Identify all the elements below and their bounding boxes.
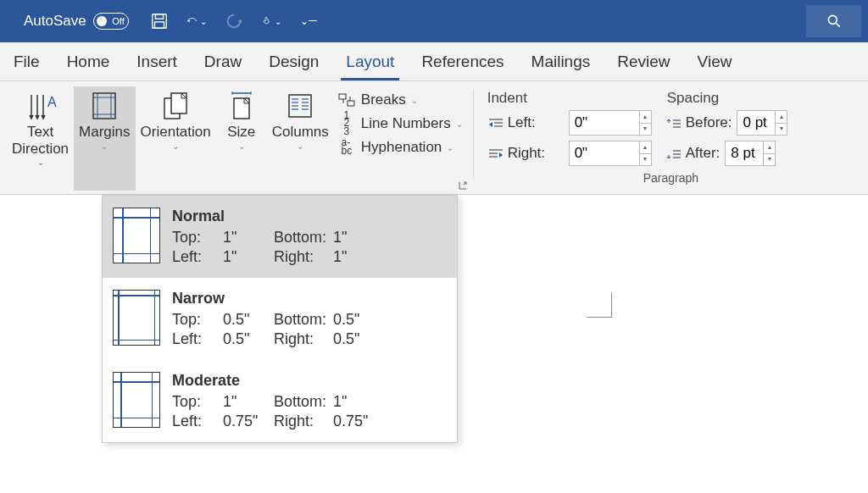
spacing-after-input[interactable]: 8 pt▴▾ [725, 141, 776, 166]
indent-left-value: 0" [575, 114, 588, 131]
text-direction-label: TextDirection [12, 124, 69, 157]
tab-design[interactable]: Design [255, 42, 332, 80]
margin-left-value: 1" [223, 248, 274, 266]
margin-top-value: 0.5" [223, 311, 274, 329]
spin-up-icon[interactable]: ▴ [763, 141, 775, 154]
margin-right-label: Right: [274, 248, 333, 266]
tab-insert[interactable]: Insert [123, 42, 191, 80]
chevron-down-icon: ⌄ [411, 96, 418, 105]
chevron-down-icon: ⌄ [37, 158, 44, 168]
ribbon: A TextDirection⌄ Margins⌄ Orientation⌄ [0, 81, 868, 195]
margins-button[interactable]: Margins⌄ [74, 86, 135, 191]
breaks-button[interactable]: Breaks ⌄ [337, 91, 463, 108]
tab-view[interactable]: View [684, 42, 746, 80]
spacing-after-label: After: [665, 145, 721, 162]
spacing-before-icon [665, 117, 682, 129]
chevron-down-icon: ⌄ [447, 143, 453, 152]
chevron-down-icon: ⌄ [456, 119, 463, 129]
indent-left-label: Left: [487, 114, 564, 131]
tab-draw[interactable]: Draw [191, 42, 255, 80]
search-button[interactable] [806, 5, 861, 37]
svg-point-4 [828, 15, 837, 24]
paragraph-group-label: Paragraph [481, 171, 861, 185]
spin-up-icon[interactable]: ▴ [639, 141, 651, 154]
tab-mailings[interactable]: Mailings [518, 42, 604, 80]
columns-button[interactable]: Columns⌄ [267, 86, 334, 191]
customize-qat-icon[interactable]: ⌄ [298, 11, 319, 31]
margin-left-label: Left: [172, 330, 223, 348]
margin-top-value: 1" [223, 393, 274, 411]
undo-icon[interactable]: ⌄ [186, 11, 207, 31]
spacing-before-value: 0 pt [743, 114, 766, 131]
breaks-label: Breaks [361, 91, 406, 108]
title-bar: AutoSave Off ⌄ ⌄ ⌄ [0, 0, 868, 42]
margin-right-label: Right: [274, 413, 333, 430]
hyphenation-button[interactable]: a-bc Hyphenation ⌄ [337, 139, 463, 156]
repeat-icon[interactable] [224, 11, 244, 31]
spin-up-icon[interactable]: ▴ [639, 111, 651, 124]
save-icon[interactable] [149, 11, 170, 31]
margin-bottom-label: Bottom: [274, 393, 333, 411]
spin-down-icon[interactable]: ▾ [763, 154, 775, 166]
group-paragraph: Indent Spacing Left: 0"▴▾ Before: 0 pt▴▾… [474, 81, 868, 194]
spin-up-icon[interactable]: ▴ [775, 111, 787, 124]
page-setup-dialog-launcher[interactable] [458, 179, 468, 189]
margin-preview-icon [113, 290, 160, 346]
spacing-before-label: Before: [665, 114, 732, 131]
size-button[interactable]: Size⌄ [216, 86, 267, 191]
tab-home[interactable]: Home [53, 42, 124, 80]
margin-bottom-label: Bottom: [274, 229, 333, 246]
margin-name: Normal [172, 208, 447, 225]
margins-icon [88, 90, 120, 122]
group-page-setup-left: A TextDirection⌄ Margins⌄ Orientation⌄ [0, 81, 473, 194]
tab-references[interactable]: References [408, 42, 517, 80]
spin-down-icon[interactable]: ▾ [639, 124, 651, 136]
margin-left-value: 0.5" [223, 330, 274, 348]
spacing-before-input[interactable]: 0 pt▴▾ [737, 110, 787, 136]
orientation-icon [159, 90, 192, 122]
columns-icon [284, 90, 316, 122]
svg-rect-2 [154, 22, 164, 28]
breaks-icon [337, 92, 356, 108]
margin-option-normal[interactable]: Normal Top:1" Bottom:1" Left:1" Right:1" [103, 196, 457, 278]
svg-rect-1 [155, 14, 163, 19]
autosave-state: Off [112, 16, 124, 26]
margin-top-value: 1" [223, 229, 274, 246]
svg-rect-30 [339, 94, 346, 99]
chevron-down-icon: ⌄ [101, 141, 108, 152]
chevron-down-icon: ⌄ [297, 141, 303, 152]
text-direction-button[interactable]: A TextDirection⌄ [7, 86, 74, 191]
indent-right-label: Right: [487, 145, 564, 162]
margin-left-value: 0.75" [223, 413, 274, 430]
margin-option-narrow[interactable]: Narrow Top:0.5" Bottom:0.5" Left:0.5" Ri… [103, 278, 457, 360]
autosave-control[interactable]: AutoSave Off [24, 13, 129, 30]
line-numbers-icon: 123 [337, 116, 356, 131]
tab-review[interactable]: Review [604, 42, 683, 80]
indent-left-input[interactable]: 0"▴▾ [569, 110, 652, 136]
spin-down-icon[interactable]: ▾ [639, 154, 651, 166]
spacing-after-value: 8 pt [731, 145, 754, 162]
tab-file[interactable]: File [0, 42, 53, 80]
svg-text:A: A [47, 95, 57, 109]
size-label: Size [227, 124, 255, 141]
margin-name: Moderate [172, 372, 447, 390]
tab-bar: File Home Insert Draw Design Layout Refe… [0, 42, 868, 81]
touch-mode-icon[interactable]: ⌄ [261, 11, 281, 31]
tab-layout[interactable]: Layout [332, 42, 408, 80]
text-direction-icon: A [25, 90, 57, 122]
autosave-toggle[interactable]: Off [93, 13, 129, 30]
margin-option-moderate[interactable]: Moderate Top:1" Bottom:1" Left:0.75" Rig… [103, 360, 457, 442]
columns-label: Columns [272, 124, 329, 141]
margin-right-value: 0.5" [333, 330, 376, 348]
margin-top-label: Top: [172, 311, 223, 329]
orientation-label: Orientation [141, 124, 211, 141]
spin-down-icon[interactable]: ▾ [775, 124, 787, 136]
spacing-after-icon [665, 147, 682, 159]
line-numbers-button[interactable]: 123 Line Numbers ⌄ [337, 115, 463, 132]
margin-corner-mark [587, 292, 612, 318]
svg-point-3 [227, 15, 240, 28]
svg-rect-31 [348, 101, 354, 106]
indent-right-input[interactable]: 0"▴▾ [569, 141, 652, 166]
margin-right-value: 1" [333, 248, 376, 266]
orientation-button[interactable]: Orientation⌄ [136, 86, 216, 191]
